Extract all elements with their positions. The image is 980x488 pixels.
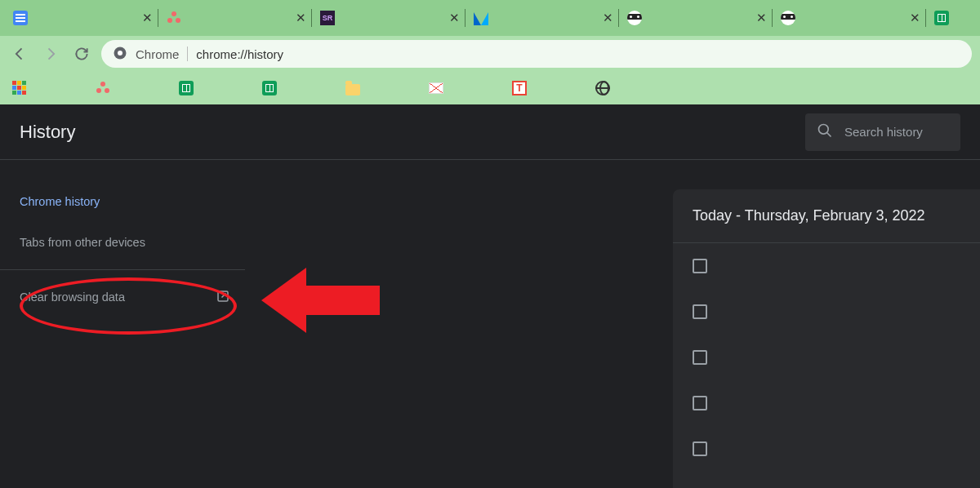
close-icon[interactable]: ✕ xyxy=(296,11,306,25)
browser-tab[interactable]: ✕ xyxy=(466,4,618,32)
text-app-icon[interactable]: T xyxy=(511,80,528,96)
url-text: chrome://history xyxy=(196,47,283,61)
sidebar-item-tabs-other-devices[interactable]: Tabs from other devices xyxy=(0,222,250,263)
checkbox[interactable] xyxy=(693,350,707,365)
browser-tab-strip: ✕ ✕ SR ✕ ✕ ✕ ✕ xyxy=(0,0,980,36)
ninja-icon xyxy=(781,11,795,25)
divider xyxy=(0,269,245,270)
sidebar-item-label: Chrome history xyxy=(20,195,100,208)
history-entry[interactable] xyxy=(673,380,980,426)
history-entry[interactable] xyxy=(673,335,980,380)
sheets-icon[interactable] xyxy=(178,80,194,96)
checkbox[interactable] xyxy=(693,396,707,410)
browser-tab[interactable]: ✕ xyxy=(619,4,772,32)
browser-tab[interactable]: ✕ xyxy=(773,4,925,32)
close-icon[interactable]: ✕ xyxy=(603,11,613,25)
globe-icon[interactable] xyxy=(595,80,611,96)
history-entry[interactable] xyxy=(673,289,980,335)
history-day-card: Today - Thursday, February 3, 2022 xyxy=(673,189,980,488)
close-icon[interactable]: ✕ xyxy=(449,11,460,25)
forward-button[interactable] xyxy=(39,42,62,65)
history-date-header: Today - Thursday, February 3, 2022 xyxy=(673,189,980,243)
sidebar-item-clear-browsing-data[interactable]: Clear browsing data xyxy=(0,277,250,317)
history-content: Today - Thursday, February 3, 2022 xyxy=(250,160,980,488)
address-bar: Chrome chrome://history xyxy=(0,36,980,72)
sheets-icon xyxy=(934,11,949,25)
checkbox[interactable] xyxy=(693,304,707,319)
sidebar-item-chrome-history[interactable]: Chrome history xyxy=(0,181,250,222)
page-title: History xyxy=(20,122,75,143)
bookmarks-bar: T xyxy=(0,72,980,104)
browser-tab[interactable] xyxy=(926,4,975,32)
close-icon[interactable]: ✕ xyxy=(142,11,153,25)
checkbox[interactable] xyxy=(693,441,707,456)
sr-icon: SR xyxy=(320,11,335,25)
history-sidebar: Chrome history Tabs from other devices C… xyxy=(0,160,250,488)
browser-tab[interactable]: ✕ xyxy=(5,4,158,32)
triangle-icon xyxy=(474,11,488,25)
history-entry[interactable] xyxy=(673,243,980,289)
sidebar-item-label: Tabs from other devices xyxy=(20,236,145,249)
site-label: Chrome xyxy=(136,47,179,61)
browser-tab[interactable]: SR ✕ xyxy=(312,4,465,32)
separator xyxy=(187,47,188,61)
asana-icon[interactable] xyxy=(95,80,111,96)
apps-grid-icon[interactable] xyxy=(11,80,28,96)
search-icon xyxy=(817,122,833,141)
back-button[interactable] xyxy=(8,42,31,65)
checkbox[interactable] xyxy=(693,259,707,273)
ninja-icon xyxy=(627,11,642,25)
sidebar-item-label: Clear browsing data xyxy=(20,291,125,304)
sheets-icon[interactable] xyxy=(261,80,278,96)
search-placeholder: Search history xyxy=(844,125,923,139)
reload-button[interactable] xyxy=(70,42,93,65)
search-history-input[interactable]: Search history xyxy=(805,113,960,151)
history-header: History Search history xyxy=(0,104,980,160)
svg-point-1 xyxy=(118,51,122,55)
history-page: History Search history Chrome history Ta… xyxy=(0,104,980,488)
svg-point-2 xyxy=(819,125,829,135)
close-icon[interactable]: ✕ xyxy=(910,11,920,25)
open-external-icon xyxy=(216,289,230,306)
folder-icon[interactable] xyxy=(345,80,361,96)
close-icon[interactable]: ✕ xyxy=(756,11,767,25)
url-input[interactable]: Chrome chrome://history xyxy=(101,40,972,68)
browser-tab[interactable]: ✕ xyxy=(158,4,311,32)
gmail-icon[interactable] xyxy=(428,80,444,96)
docs-icon xyxy=(13,11,28,25)
chrome-icon xyxy=(113,46,127,63)
history-entry[interactable] xyxy=(673,426,980,472)
asana-icon xyxy=(167,11,181,25)
history-body: Chrome history Tabs from other devices C… xyxy=(0,160,980,488)
